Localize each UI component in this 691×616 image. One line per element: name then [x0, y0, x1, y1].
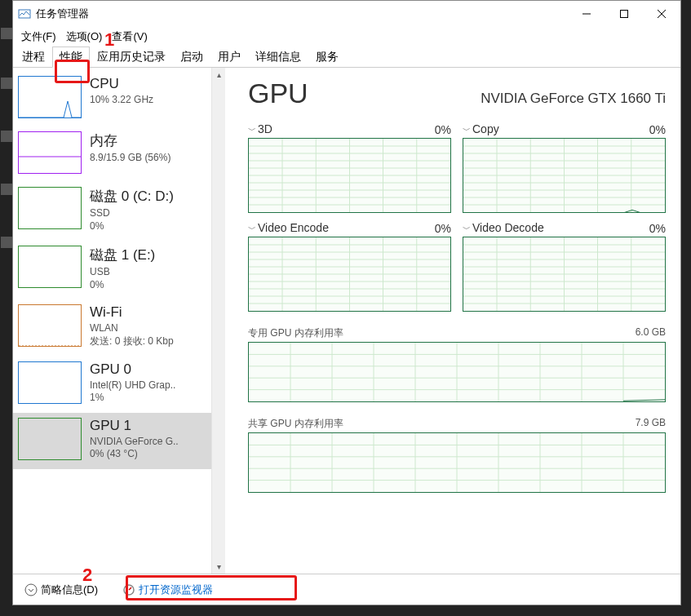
sidebar-title: 内存 — [90, 131, 206, 150]
svg-point-89 — [25, 584, 37, 596]
sidebar-title: 磁盘 0 (C: D:) — [90, 187, 206, 206]
brief-info-label: 简略信息(D) — [41, 583, 98, 597]
sidebar-thumb — [18, 418, 82, 460]
sidebar-sub2: 0% — [90, 279, 206, 292]
tab-apphistory[interactable]: 应用历史记录 — [90, 47, 173, 68]
sidebar-item--[interactable]: 内存8.9/15.9 GB (56%) — [13, 126, 211, 182]
sidebar-sub1: WLAN — [90, 322, 206, 335]
tab-processes[interactable]: 进程 — [15, 47, 52, 68]
dedicated-label: 专用 GPU 内存利用率 — [248, 326, 343, 340]
dedicated-max: 6.0 GB — [636, 326, 666, 340]
main-subtitle: NVIDIA GeForce GTX 1660 Ti — [481, 91, 666, 107]
sidebar-thumb — [18, 361, 82, 404]
chevron-down-circle-icon — [24, 583, 38, 596]
sidebar-title: Wi-Fi — [90, 304, 206, 321]
menu-view[interactable]: 查看(V) — [107, 28, 152, 46]
resource-monitor-icon — [122, 583, 135, 596]
sidebar-thumb — [18, 187, 82, 229]
graph-3d[interactable] — [248, 138, 451, 213]
menu-options[interactable]: 选项(O) — [61, 28, 108, 46]
graph-vdec-label: Video Decode — [472, 221, 544, 234]
scroll-down-icon[interactable]: ▾ — [212, 560, 225, 574]
graph-video-decode[interactable] — [463, 237, 666, 312]
svg-line-75 — [623, 400, 665, 401]
sidebar-thumb — [18, 76, 82, 118]
sidebar-title: GPU 0 — [90, 361, 206, 378]
tab-services[interactable]: 服务 — [308, 47, 346, 68]
sidebar-sub2: 0% — [90, 220, 206, 233]
tab-performance[interactable]: 性能 — [52, 47, 90, 68]
sidebar-thumb — [18, 131, 82, 174]
minimize-button[interactable] — [568, 1, 605, 27]
performance-sidebar: CPU10% 3.22 GHz内存8.9/15.9 GB (56%)磁盘 0 (… — [13, 68, 225, 574]
svg-line-91 — [129, 587, 131, 590]
sidebar-item--1-e-[interactable]: 磁盘 1 (E:)USB0% — [13, 241, 211, 299]
performance-main: GPU NVIDIA GeForce GTX 1660 Ti ﹀3D0% ﹀Co… — [225, 68, 680, 574]
chevron-down-icon[interactable]: ﹀ — [248, 224, 256, 233]
sidebar-sub2: 1% — [90, 392, 206, 405]
close-button[interactable] — [643, 1, 680, 27]
open-resource-monitor-button[interactable]: 打开资源监视器 — [117, 581, 218, 599]
sidebar-thumb — [18, 246, 82, 288]
sidebar-sub2: 0% (43 °C) — [90, 448, 206, 461]
sidebar-title: CPU — [90, 76, 206, 92]
chevron-down-icon[interactable]: ﹀ — [463, 126, 471, 135]
graph-3d-pct: 0% — [435, 123, 451, 136]
tab-users[interactable]: 用户 — [210, 47, 248, 68]
sidebar-sub1: SSD — [90, 207, 206, 220]
scroll-up-icon[interactable]: ▴ — [212, 68, 225, 82]
sidebar-sub2: 发送: 0 接收: 0 Kbp — [90, 335, 206, 348]
graph-video-encode[interactable] — [248, 237, 451, 312]
sidebar-item-cpu[interactable]: CPU10% 3.22 GHz — [13, 71, 211, 126]
tab-details[interactable]: 详细信息 — [248, 47, 308, 68]
shared-label: 共享 GPU 内存利用率 — [248, 417, 343, 431]
sidebar-sub1: NVIDIA GeForce G.. — [90, 436, 206, 449]
titlebar: 任务管理器 — [13, 1, 680, 27]
graph-copy-label: Copy — [472, 122, 499, 135]
graph-vdec-pct: 0% — [649, 222, 666, 235]
chevron-down-icon[interactable]: ﹀ — [463, 224, 471, 233]
taskmgr-icon — [18, 7, 31, 20]
sidebar-sub1: 8.9/15.9 GB (56%) — [90, 152, 206, 165]
tab-strip: 进程 性能 应用历史记录 启动 用户 详细信息 服务 — [13, 47, 680, 68]
graph-venc-pct: 0% — [435, 222, 451, 235]
task-manager-window: 任务管理器 文件(F) 选项(O) 查看(V) 进程 性能 应用历史记录 启动 … — [12, 0, 681, 605]
sidebar-title: 磁盘 1 (E:) — [90, 246, 206, 264]
footer: 简略信息(D) 打开资源监视器 — [13, 574, 680, 605]
graph-copy-pct: 0% — [649, 123, 666, 136]
sidebar-item-gpu-1[interactable]: GPU 1NVIDIA GeForce G..0% (43 °C) — [13, 413, 211, 469]
sidebar-sub1: 10% 3.22 GHz — [90, 94, 206, 107]
open-resource-monitor-label: 打开资源监视器 — [139, 583, 213, 597]
graph-venc-label: Video Encode — [258, 221, 329, 234]
sidebar-item-wi-fi[interactable]: Wi-FiWLAN发送: 0 接收: 0 Kbp — [13, 299, 211, 356]
graph-3d-label: 3D — [258, 122, 272, 135]
sidebar-thumb — [18, 304, 82, 347]
maximize-button[interactable] — [605, 1, 643, 27]
window-title: 任务管理器 — [36, 7, 568, 21]
menubar: 文件(F) 选项(O) 查看(V) — [13, 27, 680, 47]
brief-info-button[interactable]: 简略信息(D) — [20, 581, 103, 599]
graph-dedicated-memory[interactable] — [248, 342, 666, 402]
sidebar-sub1: Intel(R) UHD Grap.. — [90, 379, 206, 392]
sidebar-sub1: USB — [90, 266, 206, 279]
graph-copy[interactable] — [463, 138, 666, 213]
main-title: GPU — [248, 78, 308, 109]
tab-startup[interactable]: 启动 — [173, 47, 210, 68]
menu-file[interactable]: 文件(F) — [16, 28, 61, 46]
sidebar-item-gpu-0[interactable]: GPU 0Intel(R) UHD Grap..1% — [13, 357, 211, 413]
svg-rect-2 — [621, 11, 628, 18]
shared-max: 7.9 GB — [636, 417, 666, 431]
sidebar-item--0-c-d-[interactable]: 磁盘 0 (C: D:)SSD0% — [13, 182, 211, 241]
chevron-down-icon[interactable]: ﹀ — [248, 126, 256, 135]
graph-shared-memory[interactable] — [248, 432, 666, 493]
sidebar-title: GPU 1 — [90, 418, 206, 434]
sidebar-scrollbar[interactable]: ▴ ▾ — [211, 68, 225, 574]
